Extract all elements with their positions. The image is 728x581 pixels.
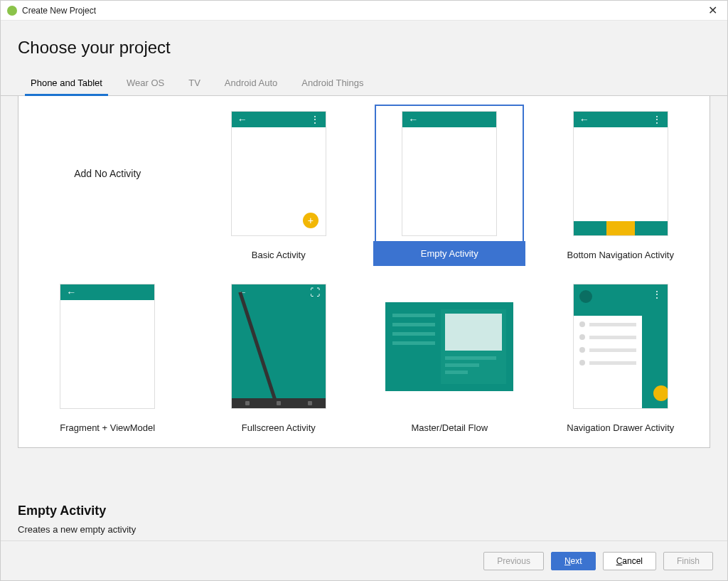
description-text: Creates a new empty activity xyxy=(18,524,710,535)
wizard-window: Create New Project ✕ Choose your project… xyxy=(0,0,728,581)
preview-fragment-viewmodel: ← xyxy=(33,277,182,415)
description-title: Empty Activity xyxy=(18,503,710,518)
overflow-icon: ⋮ xyxy=(652,289,662,300)
preview-bottom-navigation-activity: ← ⋮ xyxy=(546,105,695,242)
add-no-activity-text: Add No Activity xyxy=(74,168,141,179)
android-studio-icon xyxy=(6,5,18,16)
template-empty-activity[interactable]: ← Empty Activity xyxy=(368,103,532,269)
preview-navigation-drawer-activity: ⋮ xyxy=(546,277,695,415)
template-label: Navigation Drawer Activity xyxy=(540,415,702,440)
footer: Previous Next Cancel Finish xyxy=(1,540,727,580)
template-label: Basic Activity xyxy=(198,242,360,267)
diagonal-decoration xyxy=(238,292,290,409)
template-add-no-activity[interactable]: Add No Activity . xyxy=(26,103,190,269)
overflow-icon: ⋮ xyxy=(310,118,320,121)
back-arrow-icon: ← xyxy=(237,114,247,125)
preview-fullscreen-activity: ← ⛶ xyxy=(204,277,353,415)
svg-point-0 xyxy=(7,6,17,16)
next-button[interactable]: Next xyxy=(551,552,596,570)
back-arrow-icon: ← xyxy=(66,287,76,298)
finish-button[interactable]: Finish xyxy=(663,552,713,570)
system-navbar-icon xyxy=(232,398,326,408)
template-fullscreen-activity[interactable]: ← ⛶ Fullscreen Activity xyxy=(197,276,361,442)
content: Choose your project Phone and Tablet Wea… xyxy=(1,21,727,580)
tab-phone-and-tablet[interactable]: Phone and Tablet xyxy=(29,78,104,95)
fab-icon: + xyxy=(303,213,318,228)
page-title: Choose your project xyxy=(1,21,727,65)
tab-android-auto[interactable]: Android Auto xyxy=(223,78,279,95)
window-title: Create New Project xyxy=(22,6,704,16)
preview-master-detail-flow xyxy=(375,277,524,415)
tab-tv[interactable]: TV xyxy=(187,78,202,95)
template-grid: Add No Activity . ← ⋮ xyxy=(18,96,710,448)
template-label: Fullscreen Activity xyxy=(198,415,360,440)
description-area: Empty Activity Creates a new empty activ… xyxy=(1,494,727,540)
previous-button[interactable]: Previous xyxy=(483,552,544,570)
tab-android-things[interactable]: Android Things xyxy=(300,78,365,95)
template-label: Fragment + ViewModel xyxy=(27,415,188,440)
avatar-icon xyxy=(579,290,592,303)
preview-basic-activity: ← ⋮ + xyxy=(204,105,353,242)
titlebar: Create New Project ✕ xyxy=(1,1,727,21)
fab-icon xyxy=(653,385,668,401)
cancel-button[interactable]: Cancel xyxy=(603,552,656,570)
back-arrow-icon: ← xyxy=(579,114,589,125)
template-gallery-wrap: Add No Activity . ← ⋮ xyxy=(1,96,727,494)
template-fragment-viewmodel[interactable]: ← Fragment + ViewModel xyxy=(26,276,190,442)
preview-add-no-activity: Add No Activity xyxy=(33,105,182,242)
template-bottom-navigation-activity[interactable]: ← ⋮ Bottom Navigation Activity xyxy=(539,103,703,269)
back-arrow-icon: ← xyxy=(408,114,418,125)
tab-wear-os[interactable]: Wear OS xyxy=(125,78,166,95)
device-tabs: Phone and Tablet Wear OS TV Android Auto… xyxy=(1,65,727,96)
template-gallery[interactable]: Add No Activity . ← ⋮ xyxy=(18,96,710,448)
fullscreen-icon: ⛶ xyxy=(310,287,320,298)
template-label: Empty Activity xyxy=(373,241,525,266)
template-label: Bottom Navigation Activity xyxy=(540,242,702,267)
bottom-nav-icon xyxy=(574,221,668,235)
template-master-detail-flow[interactable]: Master/Detail Flow xyxy=(368,276,532,442)
close-icon[interactable]: ✕ xyxy=(704,4,722,17)
preview-empty-activity: ← xyxy=(375,105,524,242)
template-navigation-drawer-activity[interactable]: ⋮ Navigation Drawer Activity xyxy=(539,276,703,442)
overflow-icon: ⋮ xyxy=(652,118,662,121)
template-basic-activity[interactable]: ← ⋮ + Basic Activity xyxy=(197,103,361,269)
template-label: Master/Detail Flow xyxy=(369,415,530,440)
